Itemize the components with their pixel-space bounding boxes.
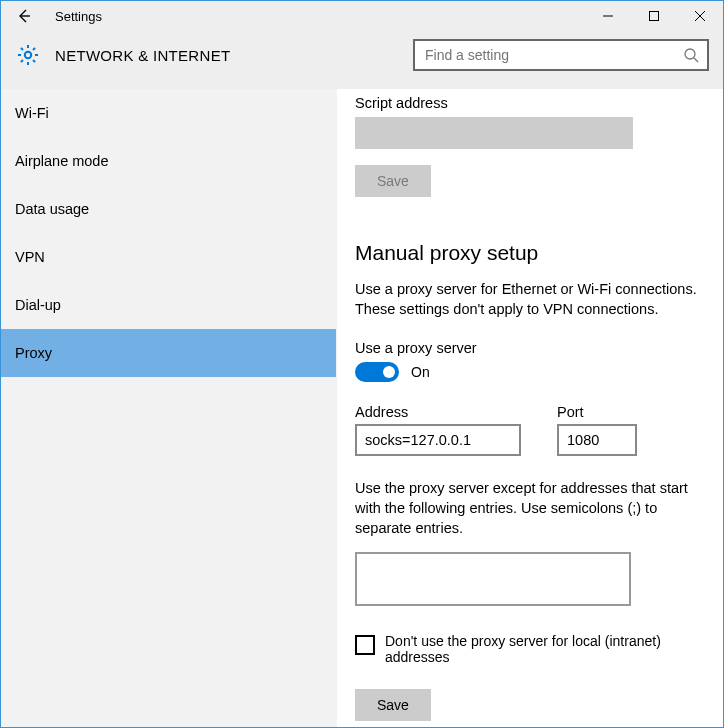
local-addresses-checkbox[interactable] [355, 635, 375, 655]
content-scroller[interactable]: Script address Save Manual proxy setup U… [337, 89, 723, 727]
titlebar: Settings [1, 1, 723, 31]
local-addresses-label: Don't use the proxy server for local (in… [385, 633, 695, 665]
sidebar-item-label: VPN [15, 249, 45, 265]
sidebar-item-wifi[interactable]: Wi-Fi [1, 89, 336, 137]
maximize-icon [649, 11, 659, 21]
search-box[interactable] [413, 39, 709, 71]
sidebar-item-data-usage[interactable]: Data usage [1, 185, 336, 233]
settings-icon [15, 42, 41, 68]
toggle-knob [383, 366, 395, 378]
sidebar-item-label: Dial-up [15, 297, 61, 313]
sidebar-item-dialup[interactable]: Dial-up [1, 281, 336, 329]
proxy-fields: Address Port [355, 404, 711, 456]
body: Wi-Fi Airplane mode Data usage VPN Dial-… [1, 89, 723, 727]
exceptions-description: Use the proxy server except for addresse… [355, 478, 711, 539]
svg-point-1 [25, 52, 31, 58]
sidebar: Wi-Fi Airplane mode Data usage VPN Dial-… [1, 89, 337, 727]
script-address-input[interactable] [355, 117, 633, 149]
svg-point-2 [685, 49, 695, 59]
svg-rect-0 [650, 12, 659, 21]
manual-proxy-heading: Manual proxy setup [355, 241, 711, 265]
close-button[interactable] [677, 1, 723, 31]
content-area: Script address Save Manual proxy setup U… [337, 89, 723, 727]
use-proxy-toggle-row: On [355, 362, 711, 382]
content-inner: Script address Save Manual proxy setup U… [337, 89, 723, 727]
maximize-button[interactable] [631, 1, 677, 31]
window-controls [585, 1, 723, 31]
use-proxy-toggle[interactable] [355, 362, 399, 382]
close-icon [695, 11, 705, 21]
use-proxy-label: Use a proxy server [355, 340, 711, 356]
search-input[interactable] [423, 46, 683, 64]
sidebar-item-vpn[interactable]: VPN [1, 233, 336, 281]
sidebar-item-airplane-mode[interactable]: Airplane mode [1, 137, 336, 185]
gear-icon [16, 43, 40, 67]
sidebar-item-label: Airplane mode [15, 153, 109, 169]
sidebar-item-proxy[interactable]: Proxy [1, 329, 336, 377]
address-field: Address [355, 404, 521, 456]
settings-window: Settings [0, 0, 724, 728]
arrow-left-icon [15, 7, 33, 25]
sidebar-item-label: Wi-Fi [15, 105, 49, 121]
port-field: Port [557, 404, 637, 456]
script-save-button[interactable]: Save [355, 165, 431, 197]
address-input[interactable] [355, 424, 521, 456]
window-title: Settings [41, 9, 102, 24]
section-title: NETWORK & INTERNET [55, 47, 413, 64]
port-input[interactable] [557, 424, 637, 456]
toggle-state-label: On [411, 364, 430, 380]
local-addresses-row: Don't use the proxy server for local (in… [355, 633, 695, 665]
search-icon [683, 47, 699, 63]
minimize-icon [603, 11, 613, 21]
port-label: Port [557, 404, 637, 420]
save-button[interactable]: Save [355, 689, 431, 721]
header: NETWORK & INTERNET [1, 31, 723, 89]
sidebar-item-label: Data usage [15, 201, 89, 217]
exceptions-input[interactable] [355, 552, 631, 606]
manual-proxy-description: Use a proxy server for Ethernet or Wi-Fi… [355, 279, 711, 320]
script-address-label: Script address [355, 95, 711, 111]
back-button[interactable] [7, 1, 41, 31]
sidebar-item-label: Proxy [15, 345, 52, 361]
minimize-button[interactable] [585, 1, 631, 31]
address-label: Address [355, 404, 521, 420]
